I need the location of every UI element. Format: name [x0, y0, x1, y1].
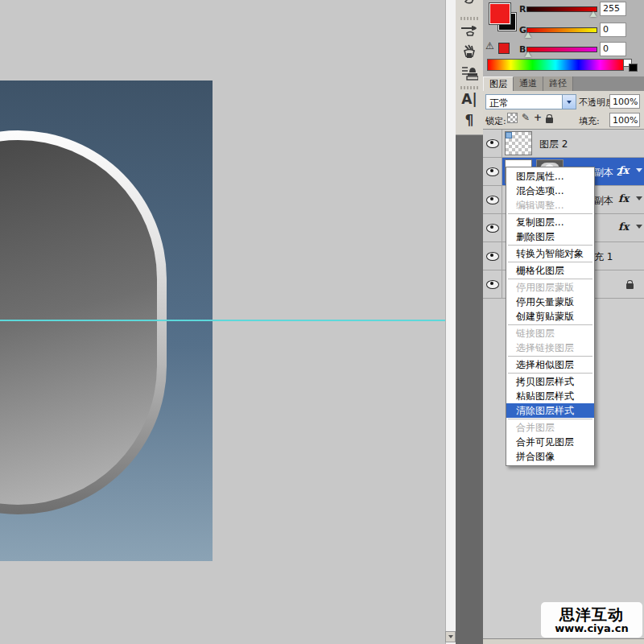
lock-all-icon[interactable]	[546, 118, 553, 123]
clone-source-panel-icon[interactable]	[456, 64, 483, 85]
visibility-cell[interactable]	[483, 214, 502, 242]
button-shape-face	[0, 140, 157, 505]
chevron-down-icon	[567, 101, 572, 104]
menu-item-delete-layer[interactable]: 删除图层	[506, 229, 594, 244]
menu-separator	[508, 419, 592, 419]
menu-item-layer-properties[interactable]: 图层属性...	[506, 169, 594, 184]
watermark-title: 思洋互动	[559, 606, 624, 622]
fx-collapse-icon[interactable]	[636, 196, 642, 200]
fill-label: 填充:	[579, 115, 600, 127]
layer-context-menu: 图层属性... 混合选项... 编辑调整... 复制图层... 删除图层 转换为…	[506, 167, 595, 466]
watermark-url: www.ciya.cn	[555, 622, 628, 634]
visibility-cell[interactable]	[483, 186, 502, 213]
lock-pixels-icon[interactable]: ✎	[522, 114, 530, 122]
dock-grip[interactable]	[460, 17, 478, 20]
layer-row-1[interactable]: 图层 2	[483, 130, 644, 158]
foreground-color-swatch[interactable]	[489, 2, 511, 25]
button-shape-rim	[0, 130, 167, 514]
fx-collapse-icon[interactable]	[636, 168, 642, 172]
menu-item-clear-layer-style[interactable]: 清除图层样式	[506, 403, 594, 418]
dock-grip[interactable]	[460, 86, 478, 89]
panel-dock: A| ¶	[456, 0, 483, 135]
fx-badge[interactable]: fx	[618, 164, 629, 176]
tab-channels[interactable]: 通道	[514, 76, 543, 91]
green-slider-handle[interactable]	[525, 32, 531, 38]
edit-badge-icon	[506, 132, 512, 138]
layer-name[interactable]: 副本	[594, 194, 613, 208]
color-panel: R 255 G 0 ⚠ B 0	[483, 0, 644, 76]
eye-icon	[486, 167, 499, 176]
menu-separator	[508, 213, 592, 214]
document-window	[0, 0, 445, 644]
blue-slider-track[interactable]	[526, 47, 597, 52]
menu-item-paste-layer-style[interactable]: 粘贴图层样式	[506, 389, 594, 403]
visibility-cell[interactable]	[483, 242, 502, 270]
menu-item-convert-to-smart-object[interactable]: 转换为智能对象	[506, 246, 594, 261]
watermark: 思洋互动 www.ciya.cn	[541, 602, 642, 638]
locked-icon	[626, 283, 634, 289]
menu-item-flatten-image[interactable]: 拼合图像	[506, 449, 594, 464]
menu-item-create-clipping-mask[interactable]: 创建剪贴蒙版	[506, 309, 594, 324]
character-panel-icon[interactable]: A|	[456, 91, 483, 107]
panel-tab-bar: 图层 通道 路径	[483, 76, 644, 91]
tab-paths[interactable]: 路径	[543, 76, 573, 91]
black-shortcut-swatch[interactable]	[629, 64, 638, 72]
menu-separator	[508, 245, 592, 246]
layers-panel-bottom-bar[interactable]	[483, 638, 644, 644]
blue-slider-handle[interactable]	[525, 52, 531, 57]
menu-separator	[508, 356, 592, 357]
gamut-color-swatch[interactable]	[498, 43, 510, 54]
menu-item-edit-adjustment: 编辑调整...	[506, 198, 594, 213]
layer-name[interactable]: 图层 2	[539, 138, 568, 151]
menu-item-merge-visible[interactable]: 合并可见图层	[506, 435, 594, 449]
blue-value-field[interactable]: 0	[600, 42, 626, 56]
layers-panel-header: 正常 不透明度: 100% 锁定: ✎ + 填充: 100%	[483, 91, 644, 130]
fill-field[interactable]: 100%	[609, 113, 640, 127]
layer-thumbnail[interactable]	[505, 131, 532, 155]
visibility-cell[interactable]	[483, 270, 502, 298]
vertical-scrollbar[interactable]	[445, 0, 456, 644]
visibility-cell[interactable]	[483, 158, 502, 185]
paragraph-panel-icon[interactable]: ¶	[456, 112, 483, 128]
visibility-cell[interactable]	[483, 130, 502, 157]
fx-badge[interactable]: fx	[618, 192, 629, 204]
menu-item-select-linked-layers: 选择链接图层	[506, 341, 594, 355]
green-slider-track[interactable]	[526, 27, 597, 33]
brushes-panel-icon[interactable]	[456, 0, 483, 13]
red-slider-handle[interactable]	[590, 11, 597, 17]
eye-icon	[486, 280, 499, 289]
menu-item-link-layers: 链接图层	[506, 326, 594, 341]
menu-separator	[508, 373, 592, 374]
red-value-field[interactable]: 255	[600, 2, 626, 16]
menu-item-select-similar-layers[interactable]: 选择相似图层	[506, 357, 594, 372]
tab-layers[interactable]: 图层	[483, 76, 514, 91]
blend-mode-dropdown-button[interactable]	[562, 95, 576, 109]
blend-mode-select[interactable]: 正常	[485, 94, 576, 109]
scroll-down-icon	[448, 635, 453, 638]
green-value-field[interactable]: 0	[600, 23, 626, 37]
lock-transparency-icon[interactable]	[507, 113, 518, 123]
brush-preset-panel-icon[interactable]	[456, 23, 483, 42]
menu-separator	[508, 262, 592, 262]
lock-position-icon[interactable]: +	[534, 114, 542, 122]
menu-item-blending-options[interactable]: 混合选项...	[506, 184, 594, 198]
tool-presets-panel-icon[interactable]	[456, 43, 483, 64]
eye-icon	[486, 139, 499, 148]
fx-badge[interactable]: fx	[618, 221, 629, 233]
layer-name[interactable]: 充 1	[594, 250, 613, 264]
horizontal-guide-line[interactable]	[0, 320, 445, 321]
eye-icon	[486, 224, 499, 233]
menu-separator	[508, 279, 592, 279]
color-spectrum-ramp[interactable]	[487, 59, 624, 71]
red-slider-track[interactable]	[526, 6, 597, 12]
menu-separator	[508, 324, 592, 325]
red-channel-label: R	[519, 4, 526, 14]
menu-item-rasterize-layer[interactable]: 栅格化图层	[506, 263, 594, 278]
gamut-warning-icon[interactable]: ⚠	[485, 40, 494, 52]
scroll-down-button[interactable]	[445, 631, 456, 642]
menu-item-copy-layer-style[interactable]: 拷贝图层样式	[506, 374, 594, 389]
menu-item-disable-vector-mask[interactable]: 停用矢量蒙版	[506, 295, 594, 309]
menu-item-duplicate-layer[interactable]: 复制图层...	[506, 215, 594, 229]
opacity-field[interactable]: 100%	[609, 94, 640, 109]
fx-collapse-icon[interactable]	[636, 225, 642, 229]
